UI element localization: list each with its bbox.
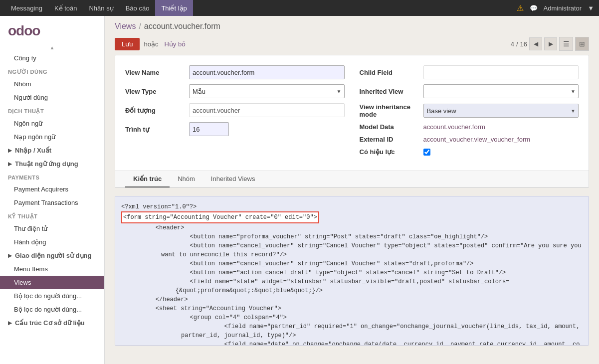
sidebar: odoo ▲ Công ty Người dùng Nhóm Người dùn… bbox=[0, 16, 105, 364]
view-type-row: View Type Mẫu ▼ bbox=[125, 84, 345, 98]
code-line-5: <button name="cancel_voucher" string="Ca… bbox=[121, 241, 583, 259]
admin-label[interactable]: Administrator bbox=[544, 4, 582, 12]
pager-next-button[interactable]: ▶ bbox=[544, 37, 557, 50]
code-line-13: <field name="partner_id" required="1" on… bbox=[121, 322, 583, 340]
nav-nhansu[interactable]: Nhân sự bbox=[83, 0, 119, 16]
sidebar-item-payment-acquirers[interactable]: Payment Acquirers bbox=[0, 182, 104, 196]
tab-kientruc[interactable]: Kiến trúc bbox=[125, 171, 170, 187]
pager-current: 4 bbox=[511, 40, 514, 48]
or-text: hoặc bbox=[144, 40, 158, 48]
code-line-3: <header> bbox=[121, 223, 583, 232]
view-name-input[interactable] bbox=[189, 65, 345, 79]
sidebar-item-menuitems[interactable]: Menu Items bbox=[0, 262, 104, 276]
breadcrumb: Views / account.voucher.form bbox=[105, 16, 599, 35]
discard-button[interactable]: Hủy bỏ bbox=[162, 38, 188, 50]
model-data-label: Model Data bbox=[360, 123, 419, 131]
code-editor[interactable]: <?xml version="1.0"?> <form string="Acco… bbox=[115, 196, 589, 346]
form-card: View Name View Type Mẫu ▼ Đối tượ bbox=[115, 55, 589, 188]
child-field-row: Child Field bbox=[360, 65, 579, 79]
sidebar-item-napngonngu[interactable]: Nạp ngôn ngữ bbox=[0, 130, 104, 144]
pager-sep: / bbox=[516, 40, 518, 48]
co-hieu-luc-checkbox[interactable] bbox=[423, 149, 430, 156]
sidebar-section-payments: Payments bbox=[0, 171, 104, 182]
doi-tuong-label: Đối tượng bbox=[125, 107, 185, 114]
doi-tuong-row: Đối tượng bbox=[125, 103, 345, 117]
content-area: Views / account.voucher.form Lưu hoặc Hủ… bbox=[105, 16, 599, 364]
alert-icon[interactable]: ⚠ bbox=[517, 3, 524, 13]
logo: odoo bbox=[0, 16, 104, 44]
code-line-11: <sheet string="Accounting Voucher"> bbox=[121, 304, 583, 313]
code-line-7: <button name="action_cancel_draft" type=… bbox=[121, 268, 583, 277]
view-type-select[interactable]: Mẫu bbox=[189, 84, 345, 98]
breadcrumb-parent[interactable]: Views bbox=[115, 22, 136, 31]
code-highlight: <form string="Accounting Voucher" create… bbox=[121, 211, 319, 223]
inherited-view-select[interactable] bbox=[423, 84, 579, 98]
code-line-9: {&quot;proforma&quot;:&quot;blue&quot;}/… bbox=[121, 286, 583, 295]
chat-icon[interactable]: 💬 bbox=[530, 4, 538, 12]
breadcrumb-current: account.voucher.form bbox=[144, 22, 220, 31]
code-line-14: <field name="date" on_change="onchange_d… bbox=[121, 340, 583, 346]
save-button[interactable]: Lưu bbox=[115, 38, 140, 50]
top-navigation: Messaging Kế toán Nhân sự Báo cáo Thiết … bbox=[0, 0, 599, 16]
inherited-view-row: Inherited View ▼ bbox=[360, 84, 579, 98]
sidebar-section-nguoidung: Người dùng bbox=[0, 65, 104, 77]
view-name-label: View Name bbox=[125, 69, 185, 76]
nav-baocao[interactable]: Báo cáo bbox=[120, 0, 156, 16]
sidebar-item-nguoidung[interactable]: Người dùng bbox=[0, 91, 104, 104]
view-inheritance-select-wrapper: Base view Extension ▼ bbox=[423, 104, 579, 118]
sidebar-item-ngonngu[interactable]: Ngôn ngữ bbox=[0, 117, 104, 130]
sidebar-section-dichthuet: Dịch thuật bbox=[0, 104, 104, 117]
external-id-label: External ID bbox=[360, 136, 419, 143]
child-field-input[interactable] bbox=[423, 65, 579, 79]
view-name-row: View Name bbox=[125, 65, 345, 79]
admin-dropdown-icon[interactable]: ▼ bbox=[588, 4, 594, 12]
code-line-12: <group col="4" colspan="4"> bbox=[121, 313, 583, 322]
sidebar-group-cautruc[interactable]: ▶Cấu trúc Cơ sở dữ liệu bbox=[0, 316, 104, 330]
co-hieu-luc-label: Có hiệu lực bbox=[360, 148, 419, 156]
arrow-icon4: ▶ bbox=[8, 320, 12, 326]
doi-tuong-input[interactable] bbox=[189, 103, 345, 117]
sidebar-item-payment-transactions[interactable]: Payment Transactions bbox=[0, 196, 104, 209]
trinh-tu-row: Trình tự bbox=[125, 122, 345, 136]
sidebar-item-customized-views[interactable]: Bộ lọc do người dùng... bbox=[0, 289, 104, 303]
sidebar-item-hanhdong[interactable]: Hành động bbox=[0, 235, 104, 249]
code-line-1: <?xml version="1.0"?> bbox=[121, 202, 583, 211]
sidebar-group-giaodien[interactable]: ▶Giao diện người sử dụng bbox=[0, 249, 104, 262]
model-data-value: account.voucher.form bbox=[423, 123, 579, 131]
breadcrumb-separator: / bbox=[139, 22, 141, 31]
inherited-view-select-wrapper: ▼ bbox=[423, 84, 579, 98]
nav-thietlap[interactable]: Thiết lập bbox=[155, 0, 193, 16]
list-view-button[interactable]: ☰ bbox=[559, 37, 573, 51]
tab-inherited-views[interactable]: Inherited Views bbox=[203, 171, 263, 187]
nav-ketoan[interactable]: Kế toán bbox=[48, 0, 83, 16]
co-hieu-luc-row: Có hiệu lực bbox=[360, 148, 579, 156]
trinh-tu-label: Trình tự bbox=[125, 126, 185, 133]
scroll-up-indicator[interactable]: ▲ bbox=[0, 44, 104, 51]
view-inheritance-row: View inheritance mode Base view Extensio… bbox=[360, 103, 579, 118]
view-type-select-wrapper: Mẫu ▼ bbox=[189, 84, 345, 98]
sidebar-group-thuatngu[interactable]: ▶Thuật ngữ ứng dụng bbox=[0, 157, 104, 171]
external-id-value: account_voucher.view_voucher_form bbox=[423, 136, 579, 143]
code-line-8: <field name="state" widget="statusbar" s… bbox=[121, 277, 583, 286]
sidebar-section-kythuat: Kỹ thuật bbox=[0, 209, 104, 222]
pager-prev-button[interactable]: ◀ bbox=[529, 37, 542, 50]
code-line-6: <button name="cancel_voucher" string="Ca… bbox=[121, 259, 583, 268]
arrow-icon2: ▶ bbox=[8, 161, 12, 167]
nav-messaging[interactable]: Messaging bbox=[5, 0, 48, 16]
sidebar-item-boloc[interactable]: Bộ lọc do người dùng... bbox=[0, 303, 104, 316]
sidebar-item-congty[interactable]: Công ty bbox=[0, 51, 104, 65]
view-inheritance-label: View inheritance mode bbox=[360, 103, 419, 118]
sidebar-item-thudientu[interactable]: Thư điện tử bbox=[0, 222, 104, 235]
sidebar-item-nhom[interactable]: Nhóm bbox=[0, 77, 104, 91]
sidebar-item-views[interactable]: Views bbox=[0, 276, 104, 289]
tab-nhom[interactable]: Nhóm bbox=[170, 171, 203, 187]
logo-text: odoo bbox=[8, 23, 40, 39]
code-line-10: </header> bbox=[121, 295, 583, 304]
view-inheritance-select[interactable]: Base view Extension bbox=[423, 104, 579, 118]
inherited-view-label: Inherited View bbox=[360, 88, 419, 95]
trinh-tu-input[interactable] bbox=[189, 122, 229, 136]
child-field-label: Child Field bbox=[360, 69, 419, 76]
kanban-view-button[interactable]: ⊞ bbox=[575, 37, 589, 51]
sidebar-group-nhapxuat[interactable]: ▶Nhập / Xuất bbox=[0, 144, 104, 157]
toolbar: Lưu hoặc Hủy bỏ 4 / 16 ◀ ▶ ☰ ⊞ bbox=[105, 35, 599, 55]
